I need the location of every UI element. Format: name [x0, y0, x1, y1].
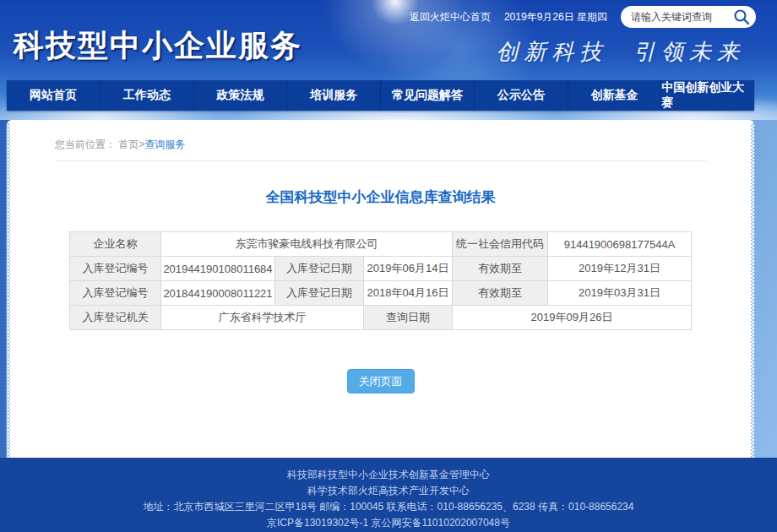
table-row: 入库登记机关广东省科学技术厅查询日期2019年09月26日 — [69, 306, 691, 330]
nav-item-1[interactable]: 工作动态 — [101, 80, 194, 111]
site-footer: 科技部科技型中小企业技术创新基金管理中心科学技术部火炬高技术产业开发中心地址：北… — [0, 458, 777, 532]
torch-home-link[interactable]: 返回火炬中心首页 — [410, 10, 491, 24]
footer-line-3: 京ICP备13019302号-1 京公网安备11010202007048号 — [0, 515, 777, 531]
table-value-cell: 2019年12月31日 — [548, 257, 692, 281]
nav-item-5[interactable]: 公示公告 — [475, 80, 568, 111]
nav-item-6[interactable]: 创新基金 — [568, 80, 662, 111]
breadcrumb-divider — [55, 160, 706, 161]
footer-lines: 科技部科技型中小企业技术创新基金管理中心科学技术部火炬高技术产业开发中心地址：北… — [0, 467, 777, 531]
table-label-cell: 有效期至 — [453, 281, 548, 306]
query-result-title: 全国科技型中小企业信息库查询结果 — [7, 187, 754, 207]
main-nav: 网站首页工作动态政策法规培训服务常见问题解答公示公告创新基金中国创新创业大赛 — [7, 80, 754, 111]
table-value-cell: 2019年03月31日 — [548, 281, 692, 306]
nav-item-0[interactable]: 网站首页 — [7, 80, 101, 111]
table-label-cell: 入库登记日期 — [274, 257, 363, 281]
table-row: 企业名称东莞市骏豪电线科技有限公司统一社会信用代码914419006981775… — [69, 232, 691, 257]
table-label-cell: 有效期至 — [453, 257, 548, 281]
result-table-body: 企业名称东莞市骏豪电线科技有限公司统一社会信用代码914419006981775… — [69, 232, 691, 330]
table-value-cell: 201944190108011684 — [160, 257, 274, 281]
table-value-cell: 2019年06月14日 — [363, 257, 452, 281]
breadcrumb: 您当前位置： 首页>查询服务 — [7, 120, 754, 152]
breadcrumb-current-link[interactable]: 查询服务 — [144, 138, 185, 150]
close-page-button[interactable]: 关闭页面 — [347, 369, 415, 394]
table-label-cell: 入库登记编号 — [69, 257, 160, 281]
table-value-cell: 91441900698177544A — [548, 232, 692, 257]
table-label-cell: 入库登记编号 — [69, 281, 160, 306]
content-card: 您当前位置： 首页>查询服务 全国科技型中小企业信息库查询结果 企业名称东莞市骏… — [7, 120, 754, 458]
site-slogan: 创新科技 引领未来 — [496, 37, 745, 67]
table-row: 入库登记编号201944190108011684入库登记日期2019年06月14… — [69, 257, 691, 281]
footer-line-1: 科学技术部火炬高技术产业开发中心 — [0, 483, 777, 499]
table-label-cell: 企业名称 — [69, 232, 160, 257]
nav-item-3[interactable]: 培训服务 — [287, 80, 381, 111]
current-date: 2019年9月26日 星期四 — [504, 10, 607, 24]
table-row: 入库登记编号201844190008011221入库登记日期2018年04月16… — [69, 281, 691, 306]
topbar: 返回火炬中心首页 2019年9月26日 星期四 — [410, 0, 756, 34]
nav-item-7[interactable]: 中国创新创业大赛 — [661, 80, 754, 111]
site-header: 返回火炬中心首页 2019年9月26日 星期四 科技型中小企业服务 创新科技 引… — [0, 0, 777, 120]
table-label-cell: 统一社会信用代码 — [453, 232, 548, 257]
footer-line-0: 科技部科技型中小企业技术创新基金管理中心 — [0, 467, 777, 483]
search-input[interactable] — [621, 6, 725, 28]
search-box — [621, 6, 756, 28]
table-value-cell: 2019年09月26日 — [453, 306, 692, 330]
table-label-cell: 入库登记机关 — [69, 306, 160, 330]
breadcrumb-home-link[interactable]: 首页 — [118, 138, 139, 150]
table-label-cell: 查询日期 — [363, 306, 452, 330]
page-title: 科技型中小企业服务 — [14, 25, 302, 67]
footer-line-2: 地址：北京市西城区三里河二区甲18号 邮编：100045 联系电话：010-88… — [0, 499, 777, 515]
table-value-cell: 2018年04月16日 — [363, 281, 452, 306]
result-table: 企业名称东莞市骏豪电线科技有限公司统一社会信用代码914419006981775… — [69, 231, 692, 330]
table-value-cell: 东莞市骏豪电线科技有限公司 — [160, 232, 452, 257]
search-icon[interactable] — [733, 8, 750, 25]
table-label-cell: 入库登记日期 — [274, 281, 363, 306]
nav-item-2[interactable]: 政策法规 — [194, 80, 288, 111]
table-value-cell: 广东省科学技术厅 — [160, 306, 363, 330]
nav-item-4[interactable]: 常见问题解答 — [381, 80, 475, 111]
table-value-cell: 201844190008011221 — [160, 281, 274, 306]
breadcrumb-prefix: 您当前位置： — [55, 138, 116, 150]
